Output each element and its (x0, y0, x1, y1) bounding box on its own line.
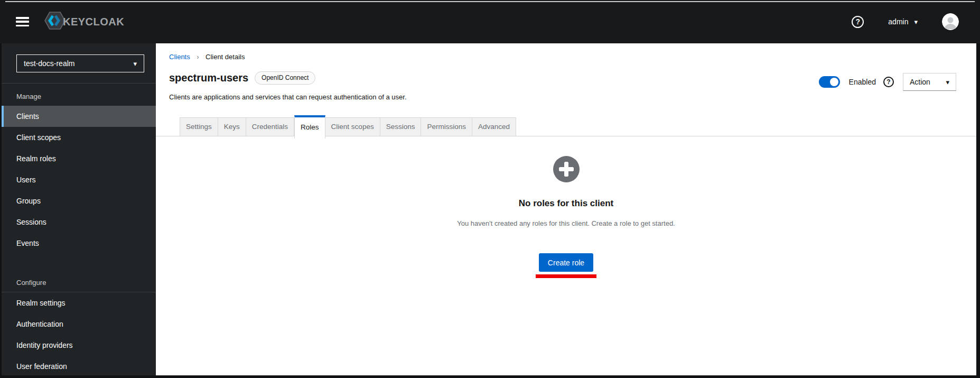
create-role-button[interactable]: Create role (539, 253, 593, 272)
sidebar-item-groups[interactable]: Groups (2, 190, 156, 211)
empty-state-description: You haven't created any roles for this c… (156, 219, 976, 227)
toggle-knob (830, 78, 838, 86)
plus-icon (553, 156, 580, 182)
chevron-down-icon (133, 59, 137, 68)
action-dropdown-label: Action (910, 78, 930, 86)
sidebar-item-user-federation[interactable]: User federation (2, 356, 156, 377)
sidebar-item-client-scopes[interactable]: Client scopes (2, 127, 156, 148)
enabled-label: Enabled (849, 78, 876, 86)
sidebar: test-docs-realm ManageClientsClient scop… (2, 43, 156, 375)
main-content: Clients › Client details spectrum-users … (156, 43, 976, 375)
breadcrumb-current: Client details (206, 53, 245, 61)
tabs-bar: SettingsKeysCredentialsRolesClient scope… (156, 115, 976, 141)
tab-keys[interactable]: Keys (218, 117, 246, 136)
sidebar-item-authentication[interactable]: Authentication (2, 314, 156, 335)
username-label: admin (888, 17, 908, 26)
enabled-toggle[interactable] (819, 76, 840, 88)
tab-credentials[interactable]: Credentials (246, 117, 294, 136)
chevron-down-icon (946, 78, 949, 86)
keycloak-logo[interactable]: KEYCLOAK (44, 11, 124, 32)
action-dropdown[interactable]: Action (903, 73, 956, 91)
tab-client-scopes[interactable]: Client scopes (325, 117, 380, 136)
brand-text: KEYCLOAK (63, 16, 124, 28)
topbar: KEYCLOAK admin (0, 0, 980, 43)
header-actions: Enabled Action (819, 73, 956, 91)
page-subtitle: Clients are applications and services th… (169, 93, 407, 101)
tab-settings[interactable]: Settings (180, 117, 218, 136)
window-top-highlight (5, 1, 975, 2)
nav-toggle-icon[interactable] (16, 17, 29, 26)
empty-state-title: No roles for this client (156, 198, 976, 209)
page-header: spectrum-users OpenID Connect (169, 71, 315, 85)
page-title: spectrum-users (169, 72, 248, 84)
nav-group-label-manage: Manage (2, 84, 156, 106)
sidebar-nav: ManageClientsClient scopesRealm rolesUse… (2, 84, 156, 377)
tabs: SettingsKeysCredentialsRolesClient scope… (156, 115, 976, 139)
tab-permissions[interactable]: Permissions (421, 117, 472, 136)
tab-advanced[interactable]: Advanced (472, 117, 516, 136)
topbar-right: admin (852, 13, 959, 30)
sidebar-item-clients[interactable]: Clients (2, 106, 156, 127)
sidebar-item-realm-settings[interactable]: Realm settings (2, 292, 156, 314)
sidebar-item-identity-providers[interactable]: Identity providers (2, 335, 156, 356)
chevron-down-icon (914, 17, 918, 26)
help-icon-dark[interactable] (883, 77, 894, 87)
sidebar-item-events[interactable]: Events (2, 233, 156, 254)
annotation-red-underline (536, 274, 596, 278)
breadcrumb-separator-icon: › (197, 53, 199, 61)
sidebar-item-users[interactable]: Users (2, 169, 156, 190)
realm-selector[interactable]: test-docs-realm (16, 54, 144, 72)
breadcrumb: Clients › Client details (169, 53, 245, 61)
help-icon[interactable] (852, 16, 864, 28)
empty-state: No roles for this client You haven't cre… (156, 156, 976, 278)
realm-selector-value: test-docs-realm (24, 59, 74, 68)
avatar[interactable] (942, 13, 959, 30)
protocol-badge: OpenID Connect (255, 71, 315, 85)
nav-section-manage: ManageClientsClient scopesRealm rolesUse… (2, 84, 156, 254)
nav-section-configure: ConfigureRealm settingsAuthenticationIde… (2, 270, 156, 377)
breadcrumb-link-clients[interactable]: Clients (169, 53, 190, 61)
nav-group-label-configure: Configure (2, 270, 156, 292)
sidebar-item-sessions[interactable]: Sessions (2, 211, 156, 233)
sidebar-item-realm-roles[interactable]: Realm roles (2, 148, 156, 169)
user-menu[interactable]: admin (888, 17, 918, 26)
tab-roles[interactable]: Roles (294, 115, 325, 139)
tab-sessions[interactable]: Sessions (380, 117, 422, 136)
